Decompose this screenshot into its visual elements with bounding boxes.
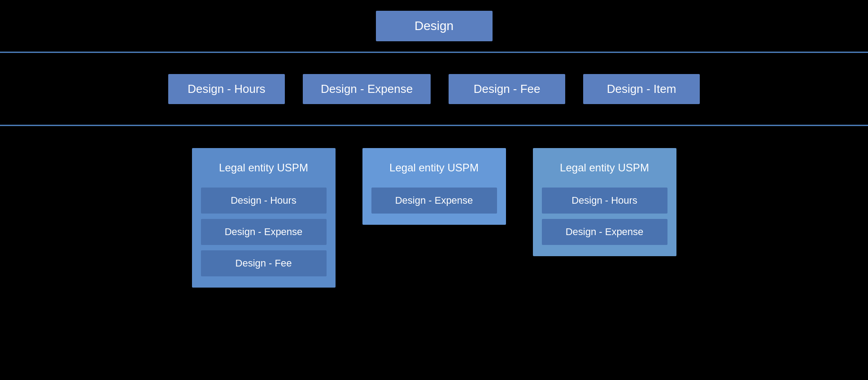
legal-entity-card-3: Legal entity USPM Design - Hours Design … xyxy=(533,148,676,256)
legal-entity-title-2: Legal entity USPM xyxy=(371,157,497,179)
card1-item-hours[interactable]: Design - Hours xyxy=(201,188,327,214)
legal-entity-card-2: Legal entity USPM Design - Expense xyxy=(362,148,506,225)
page-container: Design Design - Hours Design - Expense D… xyxy=(0,0,868,380)
card3-item-hours[interactable]: Design - Hours xyxy=(542,188,667,214)
legal-entity-card-1: Legal entity USPM Design - Hours Design … xyxy=(192,148,336,288)
middle-section: Design - Hours Design - Expense Design -… xyxy=(0,53,868,125)
card3-item-expense[interactable]: Design - Expense xyxy=(542,219,667,245)
card1-item-expense[interactable]: Design - Expense xyxy=(201,219,327,245)
legal-entity-title-3: Legal entity USPM xyxy=(542,157,667,179)
divider-2 xyxy=(0,125,868,126)
design-fee-node[interactable]: Design - Fee xyxy=(449,74,565,104)
design-item-node[interactable]: Design - Item xyxy=(583,74,700,104)
design-expense-node[interactable]: Design - Expense xyxy=(303,74,431,104)
top-section: Design xyxy=(0,0,868,52)
design-hours-node[interactable]: Design - Hours xyxy=(168,74,285,104)
card2-item-expense[interactable]: Design - Expense xyxy=(371,188,497,214)
legal-entity-title-1: Legal entity USPM xyxy=(201,157,327,179)
design-root-node[interactable]: Design xyxy=(376,11,493,41)
card1-item-fee[interactable]: Design - Fee xyxy=(201,250,327,276)
bottom-section: Legal entity USPM Design - Hours Design … xyxy=(0,130,868,380)
